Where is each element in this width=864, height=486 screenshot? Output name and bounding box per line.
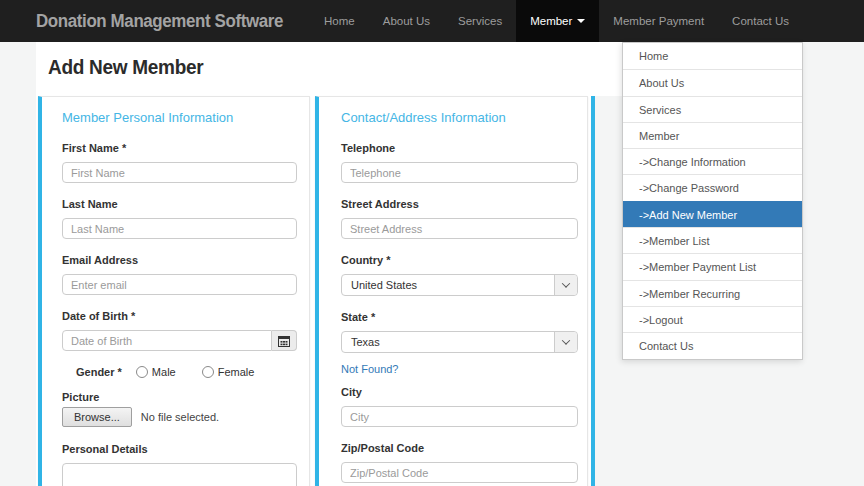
last-name-group: Last Name	[62, 198, 297, 239]
personal-details-group: Personal Details	[62, 443, 297, 486]
state-select[interactable]: Texas	[341, 331, 578, 353]
personal-details-label: Personal Details	[62, 443, 297, 455]
picture-group: Picture Browse... No file selected.	[62, 391, 297, 427]
calendar-icon	[278, 335, 290, 347]
contact-info-panel: Contact/Address Information Telephone St…	[315, 96, 588, 486]
select-arrow	[554, 275, 577, 295]
chevron-down-icon	[562, 336, 570, 344]
top-navbar: Donation Management Software Home About …	[0, 0, 864, 42]
country-group: Country * United States	[341, 254, 578, 296]
radio-icon	[202, 366, 214, 378]
gender-group: Gender * Male Female	[76, 366, 297, 378]
file-status-text: No file selected.	[141, 411, 219, 423]
telephone-label: Telephone	[341, 142, 578, 154]
personal-info-panel: Member Personal Information First Name *…	[38, 96, 310, 486]
menu-item-member-payment-list[interactable]: ->Member Payment List	[623, 253, 802, 279]
menu-item-member[interactable]: Member	[623, 122, 802, 148]
email-label: Email Address	[62, 254, 297, 266]
navbar-links: Home About Us Services Member Member Pay…	[310, 0, 803, 42]
first-name-input[interactable]	[62, 162, 297, 183]
state-group: State * Texas	[341, 311, 578, 353]
state-selected-value: Texas	[342, 332, 554, 352]
email-input[interactable]	[62, 274, 297, 295]
caret-down-icon	[577, 19, 585, 23]
dob-label: Date of Birth *	[62, 310, 297, 322]
nav-member-dropdown[interactable]: Member	[516, 0, 599, 42]
street-address-group: Street Address	[341, 198, 578, 239]
browse-button[interactable]: Browse...	[62, 407, 132, 427]
menu-item-member-recurring[interactable]: ->Member Recurring	[623, 280, 802, 306]
picture-label: Picture	[62, 391, 297, 403]
zip-label: Zip/Postal Code	[341, 442, 578, 454]
zip-input[interactable]	[341, 462, 578, 483]
radio-icon	[136, 366, 148, 378]
menu-item-change-information[interactable]: ->Change Information	[623, 148, 802, 174]
country-label: Country *	[341, 254, 578, 266]
state-label: State *	[341, 311, 578, 323]
gender-radio-male[interactable]: Male	[136, 366, 176, 378]
nav-home[interactable]: Home	[310, 0, 369, 42]
contact-info-title: Contact/Address Information	[341, 110, 578, 125]
nav-services[interactable]: Services	[444, 0, 516, 42]
nav-member-payment[interactable]: Member Payment	[599, 0, 718, 42]
menu-item-member-list[interactable]: ->Member List	[623, 227, 802, 253]
telephone-group: Telephone	[341, 142, 578, 183]
member-dropdown-menu: Home About Us Services Member ->Change I…	[622, 42, 803, 360]
not-found-link[interactable]: Not Found?	[341, 363, 398, 375]
last-name-label: Last Name	[62, 198, 297, 210]
menu-item-services[interactable]: Services	[623, 96, 802, 122]
last-name-input[interactable]	[62, 218, 297, 239]
dob-input[interactable]	[62, 330, 272, 351]
first-name-group: First Name *	[62, 142, 297, 183]
menu-item-home[interactable]: Home	[623, 43, 802, 69]
menu-item-contact-us[interactable]: Contact Us	[623, 332, 802, 358]
menu-item-about-us[interactable]: About Us	[623, 69, 802, 95]
email-group: Email Address	[62, 254, 297, 295]
zip-group: Zip/Postal Code	[341, 442, 578, 483]
gender-radio-female[interactable]: Female	[202, 366, 255, 378]
telephone-input[interactable]	[341, 162, 578, 183]
city-group: City	[341, 386, 578, 427]
select-arrow	[554, 332, 577, 352]
personal-info-title: Member Personal Information	[62, 110, 297, 125]
country-select[interactable]: United States	[341, 274, 578, 296]
first-name-label: First Name *	[62, 142, 297, 154]
gender-label: Gender *	[76, 366, 122, 378]
menu-item-change-password[interactable]: ->Change Password	[623, 174, 802, 200]
dob-group: Date of Birth *	[62, 310, 297, 351]
country-selected-value: United States	[342, 275, 554, 295]
menu-item-add-new-member[interactable]: ->Add New Member	[623, 201, 802, 227]
page-title: Add New Member	[48, 56, 203, 79]
city-label: City	[341, 386, 578, 398]
city-input[interactable]	[341, 406, 578, 427]
app-brand[interactable]: Donation Management Software	[36, 0, 283, 42]
nav-contact-us[interactable]: Contact Us	[718, 0, 803, 42]
personal-details-textarea[interactable]	[62, 463, 297, 486]
street-address-label: Street Address	[341, 198, 578, 210]
menu-item-logout[interactable]: ->Logout	[623, 306, 802, 332]
street-address-input[interactable]	[341, 218, 578, 239]
calendar-button[interactable]	[272, 330, 297, 351]
hidden-panel-accent-edge	[591, 96, 595, 486]
nav-about-us[interactable]: About Us	[369, 0, 444, 42]
chevron-down-icon	[562, 279, 570, 287]
